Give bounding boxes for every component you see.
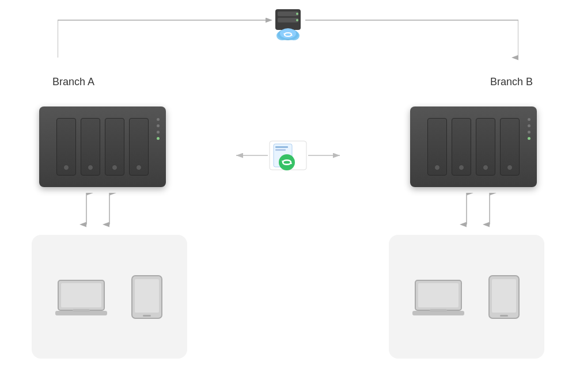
laptop-left <box>55 279 107 319</box>
svg-rect-29 <box>61 283 101 307</box>
branch-b-label: Branch B <box>490 76 533 88</box>
main-diagram: Branch A Branch B <box>0 0 576 392</box>
top-right-arrow <box>288 14 518 60</box>
tablet-left <box>130 275 164 319</box>
svg-rect-34 <box>143 315 151 317</box>
svg-point-8 <box>296 19 298 21</box>
right-vertical-arrows <box>455 193 501 227</box>
laptop-right <box>412 279 464 319</box>
top-left-arrow <box>58 14 288 60</box>
cloud-server-svg <box>267 5 309 46</box>
nas-device-left <box>39 106 166 187</box>
svg-rect-19 <box>275 146 288 148</box>
svg-point-7 <box>296 13 298 15</box>
svg-rect-36 <box>418 283 458 307</box>
cloud-server-icon <box>267 5 309 46</box>
tablet-right <box>487 275 521 319</box>
svg-point-21 <box>279 154 295 170</box>
left-devices-row <box>55 275 164 319</box>
svg-rect-38 <box>430 309 447 312</box>
branch-a-label: Branch A <box>52 76 94 88</box>
left-devices-panel <box>32 235 187 359</box>
svg-rect-5 <box>278 12 298 16</box>
left-vertical-arrows <box>75 193 121 227</box>
svg-rect-20 <box>275 149 286 151</box>
right-devices-row <box>412 275 521 319</box>
svg-rect-41 <box>500 315 508 317</box>
sync-icon-center <box>230 132 346 181</box>
right-devices-panel <box>389 235 544 359</box>
svg-rect-31 <box>73 309 90 312</box>
svg-rect-6 <box>278 18 298 22</box>
svg-rect-40 <box>492 279 516 313</box>
svg-rect-33 <box>135 279 159 313</box>
nas-device-right <box>410 106 537 187</box>
